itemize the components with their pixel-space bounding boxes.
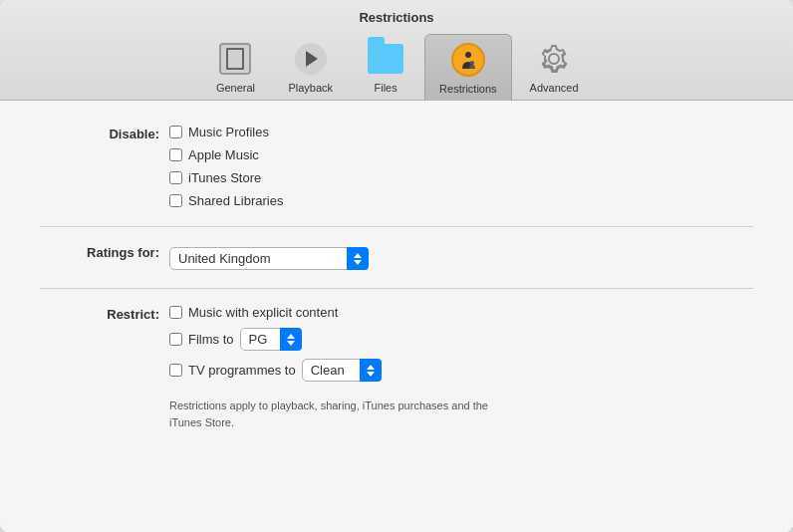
checkbox-explicit-content[interactable] [169,306,182,319]
toolbar-item-advanced[interactable]: Advanced [516,34,593,100]
checkbox-shared-libraries[interactable] [169,194,182,207]
toolbar-item-general[interactable]: General [200,34,270,100]
restrict-label: Restrict: [40,305,169,322]
title-bar: Restrictions General Playback [0,0,793,101]
toolbar-label-general: General [216,82,255,94]
checkbox-row-music-profiles: Music Profiles [169,125,283,139]
toolbar: General Playback Files [0,33,793,100]
disable-checkboxes: Music Profiles Apple Music iTunes Store … [169,125,283,208]
checkbox-row-films: Films to All U PG 12A 15 18 [169,328,508,351]
window: Restrictions General Playback [0,0,793,532]
advanced-icon [535,40,573,78]
disable-section: Disable: Music Profiles Apple Music iTun… [40,125,753,208]
svg-point-1 [470,61,474,65]
label-music-profiles[interactable]: Music Profiles [188,125,269,139]
files-icon [367,40,404,78]
restrict-section: Restrict: Music with explicit content Fi… [40,305,753,430]
label-shared-libraries[interactable]: Shared Libraries [188,193,283,208]
checkbox-row-itunes-store: iTunes Store [169,170,283,185]
toolbar-item-restrictions[interactable]: Restrictions [424,34,511,101]
ratings-select-wrapper: United Kingdom United States Australia C… [169,247,369,270]
label-tv[interactable]: TV programmes to [188,363,296,378]
content-area: Disable: Music Profiles Apple Music iTun… [0,101,793,532]
checkbox-row-shared-libraries: Shared Libraries [169,193,283,208]
tv-select[interactable]: All Clean Strict [302,359,382,382]
label-films[interactable]: Films to [188,332,234,347]
divider-1 [40,226,753,227]
toolbar-label-playback: Playback [288,82,333,94]
disable-row: Disable: Music Profiles Apple Music iTun… [40,125,753,208]
checkbox-row-tv: TV programmes to All Clean Strict [169,359,508,382]
checkbox-row-apple-music: Apple Music [169,147,283,162]
playback-icon [292,40,330,78]
tv-select-wrapper: All Clean Strict [302,359,382,382]
window-title: Restrictions [0,10,793,25]
toolbar-label-advanced: Advanced [530,82,579,94]
checkbox-row-explicit: Music with explicit content [169,305,508,320]
films-select[interactable]: All U PG 12A 15 18 [240,328,302,351]
toolbar-label-restrictions: Restrictions [439,83,496,95]
checkbox-tv[interactable] [169,364,182,377]
checkbox-apple-music[interactable] [169,148,182,161]
divider-2 [40,288,753,289]
label-itunes-store[interactable]: iTunes Store [188,170,261,185]
ratings-content: United Kingdom United States Australia C… [169,243,369,270]
ratings-row: Ratings for: United Kingdom United State… [40,243,753,270]
restrict-content: Music with explicit content Films to All… [169,305,508,430]
toolbar-item-playback[interactable]: Playback [274,34,347,100]
ratings-select[interactable]: United Kingdom United States Australia C… [169,247,369,270]
restrictions-icon [449,41,487,79]
general-icon [216,40,254,78]
label-explicit-content[interactable]: Music with explicit content [188,305,338,320]
ratings-dropdown-row: United Kingdom United States Australia C… [169,247,369,270]
ratings-section: Ratings for: United Kingdom United State… [40,243,753,270]
label-apple-music[interactable]: Apple Music [188,147,259,162]
toolbar-label-files: Files [374,82,396,94]
ratings-label: Ratings for: [40,243,169,260]
checkbox-music-profiles[interactable] [169,126,182,138]
restrictions-note: Restrictions apply to playback, sharing,… [169,398,508,430]
films-select-wrapper: All U PG 12A 15 18 [240,328,302,351]
checkbox-itunes-store[interactable] [169,171,182,184]
checkbox-films[interactable] [169,333,182,346]
restrict-row: Restrict: Music with explicit content Fi… [40,305,753,430]
disable-label: Disable: [40,125,169,141]
svg-point-0 [465,52,471,58]
toolbar-item-files[interactable]: Files [351,34,420,100]
